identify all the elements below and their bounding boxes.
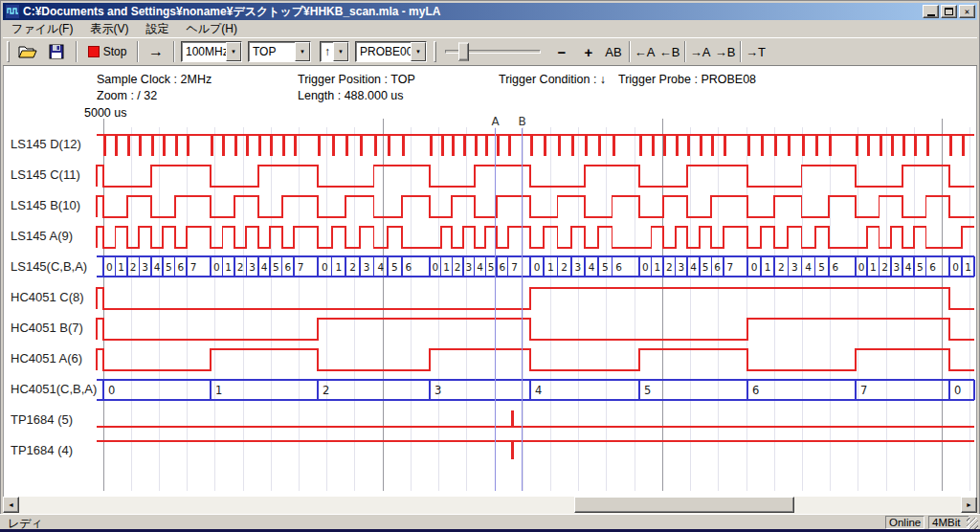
open-file-button[interactable] [14, 40, 41, 63]
waveform-canvas[interactable]: 0123456701234567012345601234567012345601… [4, 66, 978, 497]
bus-value: 6 [178, 261, 185, 273]
bus-value: 4 [261, 261, 268, 273]
bus-ls145: 0123456701234567012345601234567012345601… [97, 256, 974, 277]
toolbar: Stop → 100MHz ▼ TOP ▼ ↑ ▼ PROBE00 ▼ − + … [3, 37, 977, 66]
scroll-left-icon: ◄ [8, 501, 14, 508]
bus-value: 3 [894, 261, 901, 273]
goto-cursor-a-right-button[interactable]: →A [688, 40, 712, 63]
bus-value: 1 [870, 261, 877, 273]
minimize-button[interactable] [923, 5, 939, 18]
app-icon [6, 5, 19, 18]
sample-clock-value: 100MHz [182, 42, 226, 61]
bus-value: 6 [405, 261, 412, 273]
bus-value: 4 [589, 261, 595, 273]
title-bar[interactable]: C:¥Documents and Settings¥noname¥デスクトップ¥… [3, 3, 977, 20]
stop-icon [88, 46, 100, 57]
menu-settings[interactable]: 設定 [137, 20, 177, 38]
maximize-button[interactable] [941, 5, 957, 18]
scroll-left-button[interactable]: ◄ [3, 497, 19, 513]
bus-value: 7 [190, 261, 197, 273]
trigger-edge-value: ↑ [321, 42, 333, 61]
trace-bit-3 [97, 227, 974, 248]
goto-cursor-b-left-button[interactable]: ←B [657, 40, 681, 63]
horizontal-scrollbar[interactable]: ◄ ► [3, 497, 977, 514]
chevron-down-icon[interactable]: ▼ [333, 42, 348, 61]
bus-value: 0 [534, 261, 541, 273]
save-button[interactable] [43, 40, 70, 63]
bus-value: 0 [952, 261, 959, 273]
bus-value: 2 [561, 261, 568, 273]
bus-value: 1 [225, 261, 232, 273]
bus-value: 5 [391, 261, 398, 273]
zoom-slider-thumb[interactable] [458, 43, 469, 61]
goto-trigger-button[interactable]: →T [744, 40, 768, 63]
scrollbar-thumb[interactable] [574, 497, 794, 513]
menu-help[interactable]: ヘルプ(H) [177, 20, 246, 38]
probe-combo[interactable]: PROBE00 ▼ [355, 41, 427, 62]
goto-cursor-a-left-button[interactable]: ←A [633, 40, 657, 63]
chevron-down-icon[interactable]: ▼ [295, 42, 310, 61]
toolbar-grip[interactable] [434, 41, 436, 62]
bus-value: 2 [237, 261, 244, 273]
stop-button[interactable]: Stop [81, 40, 133, 63]
bus-value: 5 [917, 261, 924, 273]
maximize-icon [945, 8, 953, 15]
bus-value: 1 [215, 384, 222, 397]
trigger-edge-combo[interactable]: ↑ ▼ [320, 41, 349, 62]
menu-file[interactable]: ファイル(F) [3, 20, 81, 38]
trace-bit-2 [97, 196, 974, 217]
bus-value: 5 [602, 261, 609, 273]
bus-value: 1 [765, 261, 771, 273]
bus-value: 0 [106, 261, 113, 273]
close-button[interactable]: ✕ [959, 5, 975, 18]
trace-bit-6 [97, 319, 974, 340]
cursor-a-label: A [491, 115, 500, 128]
bus-value: 6 [929, 261, 936, 273]
toolbar-separator [740, 41, 742, 62]
trace-bit-7 [97, 349, 974, 370]
zoom-out-button[interactable]: − [550, 40, 573, 63]
bus-value: 4 [905, 261, 912, 273]
bus-value: 1 [336, 261, 343, 273]
toolbar-separator [684, 41, 686, 62]
ab-cursor-button[interactable]: AB [600, 40, 627, 63]
toolbar-separator [137, 41, 139, 62]
bus-value: 3 [364, 261, 370, 273]
memory-size-badge: 4MBit [928, 516, 969, 529]
bus-value: 6 [832, 261, 838, 273]
goto-cursor-b-right-button[interactable]: →B [713, 40, 737, 63]
bus-value: 5 [273, 261, 279, 273]
bus-value: 4 [690, 261, 697, 273]
minimize-icon [927, 14, 935, 16]
chevron-down-icon[interactable]: ▼ [411, 42, 426, 61]
bus-value: 4 [154, 261, 161, 273]
scroll-right-button[interactable]: ► [961, 497, 977, 513]
bus-value: 2 [881, 261, 888, 273]
bus-value: 6 [615, 261, 622, 273]
menu-bar: ファイル(F) 表示(V) 設定 ヘルプ(H) [3, 20, 977, 37]
trigger-position-combo[interactable]: TOP ▼ [248, 41, 311, 62]
bus-value: 2 [666, 261, 673, 273]
app-window: C:¥Documents and Settings¥noname¥デスクトップ¥… [0, 0, 980, 532]
zoom-in-button[interactable]: + [577, 40, 600, 63]
bus-value: 0 [751, 261, 758, 273]
bus-value: 2 [349, 261, 356, 273]
toolbar-separator [173, 41, 175, 62]
bus-value: 7 [298, 261, 304, 273]
resize-grip[interactable] [967, 518, 978, 529]
bus-value: 6 [714, 261, 721, 273]
bus-value: 1 [547, 261, 554, 273]
bus-value: 6 [285, 261, 292, 273]
toolbar-grip[interactable] [7, 41, 10, 62]
menu-view[interactable]: 表示(V) [81, 20, 137, 38]
stop-label: Stop [103, 45, 127, 58]
run-button[interactable]: → [143, 40, 169, 63]
toolbar-separator [76, 41, 78, 62]
sample-clock-combo[interactable]: 100MHz ▼ [181, 41, 242, 62]
chevron-down-icon[interactable]: ▼ [226, 42, 241, 61]
bus-value: 1 [118, 261, 124, 273]
bus-value: 7 [511, 261, 518, 273]
bus-value: 3 [575, 261, 582, 273]
bus-value: 6 [752, 384, 759, 397]
bus-value: 1 [654, 261, 660, 273]
